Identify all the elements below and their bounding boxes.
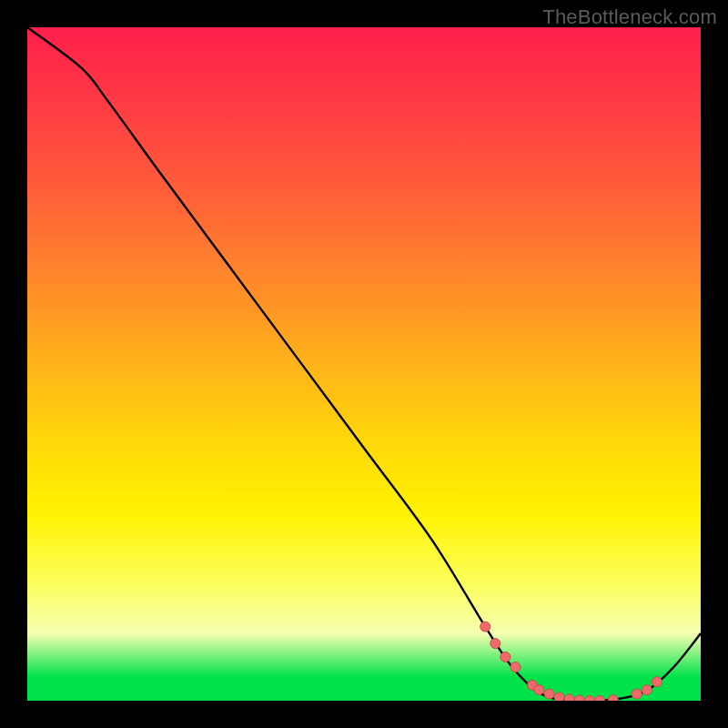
marker-dot	[490, 639, 500, 649]
marker-dot	[500, 652, 511, 662]
marker-dot	[584, 696, 594, 702]
outer-black-frame: TheBottleneck.com	[0, 0, 728, 728]
watermark-text: TheBottleneck.com	[542, 5, 717, 29]
plot-area	[27, 27, 701, 701]
marker-dot	[511, 662, 521, 672]
marker-dot	[608, 695, 618, 701]
marker-dot	[652, 677, 662, 687]
marker-dot	[595, 696, 605, 702]
marker-dot	[480, 622, 490, 632]
marker-dot	[642, 685, 652, 695]
marker-dot	[534, 685, 544, 695]
chart-svg	[27, 27, 701, 701]
marker-group	[480, 622, 662, 701]
marker-dot	[632, 689, 642, 699]
marker-dot	[554, 693, 564, 701]
marker-dot	[564, 694, 574, 701]
marker-dot	[574, 695, 584, 701]
marker-dot	[544, 689, 554, 699]
curve-line	[27, 27, 701, 701]
